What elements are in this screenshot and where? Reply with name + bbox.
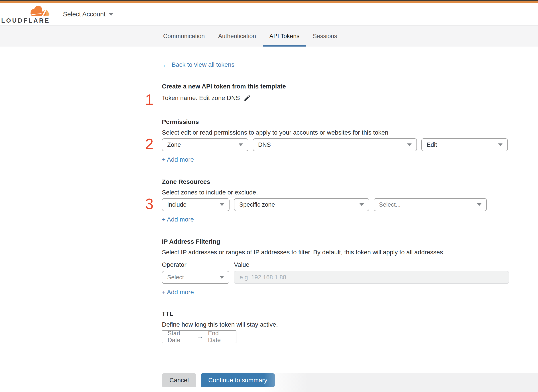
permissions-description: Select edit or read permissions to apply… (162, 129, 509, 137)
profile-tabbar: Communication Authentication API Tokens … (0, 25, 538, 47)
tab-api-tokens[interactable]: API Tokens (263, 26, 306, 47)
back-link-label: Back to view all tokens (172, 61, 234, 68)
step-number-2: 2 (139, 137, 154, 151)
zone-resources-row: 3 Include Specific zone Select... (162, 198, 509, 211)
ip-filtering-row: Select... (162, 271, 509, 284)
ip-filtering-add-more-link[interactable]: + Add more (162, 289, 194, 296)
api-token-template-page: CLOUDFLARE Select Account Communication … (0, 0, 538, 392)
tab-communication[interactable]: Communication (157, 26, 211, 47)
zone-resources-description: Select zones to include or exclude. (162, 188, 509, 196)
chevron-down-icon (477, 203, 482, 206)
ttl-heading: TTL (162, 310, 509, 318)
start-date-placeholder: Start Date (168, 330, 192, 344)
section-zone-resources: Zone Resources Select zones to include o… (162, 178, 509, 223)
token-name-text: Token name: Edit zone DNS (162, 93, 240, 103)
footer-divider (162, 367, 509, 367)
zone-resources-heading: Zone Resources (162, 178, 509, 186)
cloudflare-wordmark: CLOUDFLARE (0, 18, 50, 24)
ip-filtering-description: Select IP addresses or ranges of IP addr… (162, 248, 509, 256)
account-selector[interactable]: Select Account (63, 11, 113, 18)
right-arrow-icon: → (197, 333, 203, 340)
section-token-template: Create a new API token from this templat… (162, 83, 509, 103)
app-header: CLOUDFLARE Select Account (0, 3, 538, 25)
tab-authentication[interactable]: Authentication (211, 26, 262, 47)
cloudflare-logo[interactable]: CLOUDFLARE (7, 5, 50, 24)
value-label: Value (234, 261, 249, 269)
continue-to-summary-button[interactable]: Continue to summary (201, 373, 275, 387)
zone-select[interactable]: Select... (374, 198, 487, 211)
template-heading: Create a new API token from this templat… (162, 83, 509, 90)
permissions-row: 2 Zone DNS Edit (162, 138, 509, 151)
zone-resources-add-more-link[interactable]: + Add more (162, 216, 194, 223)
back-arrow-icon: ← (162, 61, 169, 68)
account-selector-label: Select Account (63, 11, 106, 18)
step-number-1: 1 (139, 92, 154, 107)
chevron-down-icon (220, 203, 224, 206)
ip-filtering-labels: Operator Value (162, 261, 509, 269)
zone-type-select[interactable]: Specific zone (234, 198, 369, 211)
cloudflare-cloud-icon (27, 5, 51, 17)
ttl-date-range-input[interactable]: Start Date → End Date (162, 330, 236, 343)
step-number-3: 3 (139, 196, 154, 211)
permission-scope-select[interactable]: Zone (162, 138, 248, 151)
ip-filtering-heading: IP Address Filtering (162, 238, 509, 246)
footer-actions: Cancel Continue to summary (162, 373, 509, 387)
tab-sessions[interactable]: Sessions (306, 26, 344, 47)
section-ip-filtering: IP Address Filtering Select IP addresses… (162, 238, 509, 296)
edit-pencil-icon[interactable] (243, 94, 251, 102)
chevron-down-icon (407, 144, 412, 146)
ip-value-input[interactable] (234, 271, 509, 284)
chevron-down-icon (220, 276, 224, 279)
chevron-down-icon (360, 203, 364, 206)
permission-resource-select[interactable]: DNS (253, 138, 417, 151)
ip-operator-select[interactable]: Select... (162, 271, 229, 284)
cancel-button[interactable]: Cancel (162, 373, 196, 387)
brand-orange-bar (0, 1, 538, 3)
chevron-down-icon (498, 144, 502, 146)
back-to-tokens-link[interactable]: ← Back to view all tokens (162, 61, 234, 68)
permissions-heading: Permissions (162, 118, 509, 126)
tab-row: Communication Authentication API Tokens … (157, 26, 344, 47)
ttl-description: Define how long this token will stay act… (162, 321, 509, 329)
operator-label: Operator (162, 261, 229, 269)
token-name-line: 1 Token name: Edit zone DNS (162, 93, 509, 103)
permissions-add-more-link[interactable]: + Add more (162, 156, 194, 163)
chevron-down-icon (109, 13, 113, 16)
section-permissions: Permissions Select edit or read permissi… (162, 118, 509, 163)
zone-mode-select[interactable]: Include (162, 198, 229, 211)
token-form: ← Back to view all tokens Create a new A… (162, 47, 509, 387)
end-date-placeholder: End Date (208, 330, 231, 344)
section-ttl: TTL Define how long this token will stay… (162, 310, 509, 343)
permission-access-select[interactable]: Edit (421, 138, 508, 151)
chevron-down-icon (239, 144, 243, 146)
